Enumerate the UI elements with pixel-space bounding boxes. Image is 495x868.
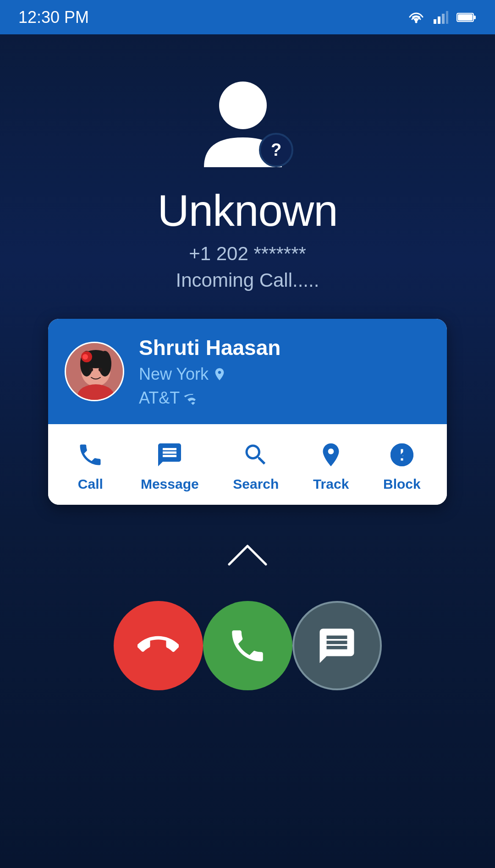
svg-point-8	[219, 82, 267, 129]
accept-icon	[227, 625, 268, 666]
battery-icon	[456, 12, 477, 23]
svg-rect-4	[446, 11, 448, 24]
svg-point-13	[99, 351, 111, 377]
decline-button[interactable]	[114, 601, 203, 690]
block-action-button[interactable]: Block	[383, 439, 421, 492]
message-action-button[interactable]: Message	[141, 439, 199, 492]
status-bar: 12:30 PM	[0, 0, 495, 34]
svg-rect-1	[434, 19, 436, 24]
svg-rect-3	[442, 14, 445, 24]
main-content: ? Unknown +1 202 ******* Incoming Call..…	[0, 34, 495, 690]
svg-point-18	[99, 368, 102, 371]
search-label: Search	[233, 476, 279, 492]
action-buttons: Call Message Search	[48, 424, 447, 505]
caller-name: Unknown	[157, 186, 337, 236]
track-label: Track	[313, 476, 349, 492]
sms-button[interactable]	[292, 601, 382, 690]
message-label: Message	[141, 476, 199, 492]
question-badge: ?	[259, 133, 293, 167]
caller-card: Shruti Haasan New York AT&T	[48, 319, 447, 505]
svg-rect-2	[438, 16, 440, 24]
decline-icon	[138, 625, 179, 666]
svg-point-15	[82, 354, 88, 360]
svg-rect-6	[473, 16, 476, 19]
svg-point-0	[415, 21, 418, 23]
wifi-icon	[407, 11, 425, 24]
caller-photo	[65, 342, 124, 401]
track-action-button[interactable]: Track	[313, 439, 349, 492]
track-icon	[315, 439, 347, 471]
caller-photo-svg	[66, 343, 124, 401]
accept-button[interactable]	[203, 601, 292, 690]
call-icon	[74, 439, 106, 471]
sms-icon	[316, 625, 358, 666]
call-action-button[interactable]: Call	[74, 439, 106, 492]
caller-card-name: Shruti Haasan	[139, 335, 280, 360]
search-icon	[240, 439, 272, 471]
chevron-up[interactable]	[225, 541, 270, 569]
caller-card-location: New York	[139, 365, 280, 384]
caller-card-carrier: AT&T	[139, 388, 280, 408]
carrier-icon	[183, 390, 200, 406]
status-time: 12:30 PM	[18, 8, 89, 27]
block-label: Block	[383, 476, 421, 492]
call-label: Call	[78, 476, 103, 492]
caller-info-text: Shruti Haasan New York AT&T	[139, 335, 280, 408]
search-action-button[interactable]: Search	[233, 439, 279, 492]
caller-number: +1 202 *******	[189, 243, 306, 265]
caller-card-header: Shruti Haasan New York AT&T	[48, 319, 447, 424]
caller-avatar: ?	[197, 71, 298, 172]
message-icon	[154, 439, 186, 471]
svg-rect-7	[458, 14, 473, 21]
block-icon	[386, 439, 418, 471]
signal-icon	[434, 11, 448, 24]
svg-point-17	[89, 368, 93, 371]
bottom-buttons	[77, 578, 418, 690]
location-icon	[212, 367, 227, 382]
status-icons	[407, 11, 477, 24]
call-status: Incoming Call.....	[176, 269, 319, 291]
